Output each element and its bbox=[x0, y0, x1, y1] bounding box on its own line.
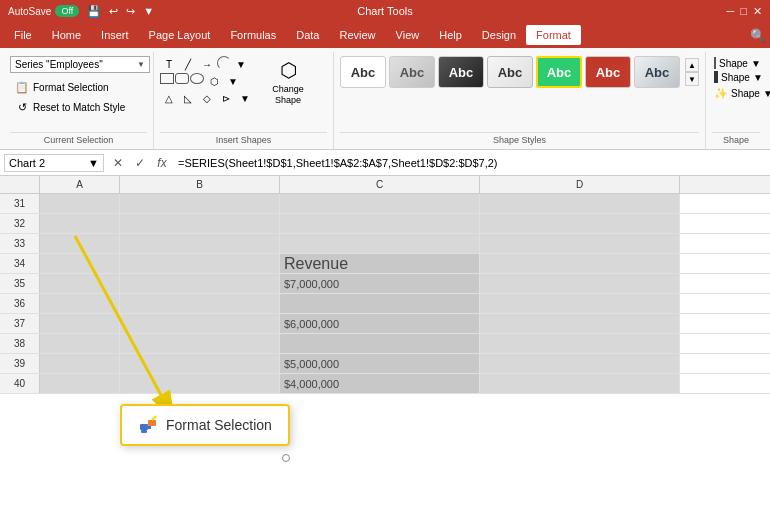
cell-32-a[interactable] bbox=[40, 214, 120, 233]
cell-35-d[interactable] bbox=[480, 274, 680, 293]
format-selection-button[interactable]: 📋 Format Selection bbox=[10, 77, 147, 97]
cell-32-c[interactable] bbox=[280, 214, 480, 233]
parallelogram-icon[interactable]: ⬡ bbox=[205, 73, 223, 89]
menu-help[interactable]: Help bbox=[429, 25, 472, 45]
diamond-icon[interactable]: ◇ bbox=[198, 90, 216, 106]
cell-39-c[interactable]: $5,000,000 bbox=[280, 354, 480, 373]
cell-34-b[interactable] bbox=[120, 254, 280, 273]
cell-37-b[interactable] bbox=[120, 314, 280, 333]
cell-38-b[interactable] bbox=[120, 334, 280, 353]
change-shape-button[interactable]: ⬡ Change Shape bbox=[260, 56, 316, 108]
cell-36-d[interactable] bbox=[480, 294, 680, 313]
shape-style-4[interactable]: Abc bbox=[487, 56, 533, 88]
right-triangle-icon[interactable]: ◺ bbox=[179, 90, 197, 106]
save-icon[interactable]: 💾 bbox=[87, 5, 101, 18]
text-box-icon[interactable]: T bbox=[160, 56, 178, 72]
menu-insert[interactable]: Insert bbox=[91, 25, 139, 45]
cell-33-c[interactable] bbox=[280, 234, 480, 253]
menu-file[interactable]: File bbox=[4, 25, 42, 45]
name-box-arrow-icon[interactable]: ▼ bbox=[137, 60, 145, 69]
shape-style-3[interactable]: Abc bbox=[438, 56, 484, 88]
chevron-icon[interactable]: ⊳ bbox=[217, 90, 235, 106]
cell-36-a[interactable] bbox=[40, 294, 120, 313]
shape-outline-arrow[interactable]: ▼ bbox=[753, 72, 763, 83]
col-header-b[interactable]: B bbox=[120, 176, 280, 193]
cell-36-b[interactable] bbox=[120, 294, 280, 313]
cell-31-d[interactable] bbox=[480, 194, 680, 213]
rect-icon[interactable] bbox=[160, 73, 174, 84]
scroll-up-arrow[interactable]: ▲ bbox=[685, 58, 699, 72]
shape-effect-arrow[interactable]: ▼ bbox=[763, 88, 770, 99]
cell-35-b[interactable] bbox=[120, 274, 280, 293]
line-icon[interactable]: ╱ bbox=[179, 56, 197, 72]
cell-37-c[interactable]: $6,000,000 bbox=[280, 314, 480, 333]
confirm-formula-button[interactable]: ✓ bbox=[130, 153, 150, 173]
col-header-a[interactable]: A bbox=[40, 176, 120, 193]
cell-32-b[interactable] bbox=[120, 214, 280, 233]
shape-style-5[interactable]: Abc bbox=[536, 56, 582, 88]
menu-formulas[interactable]: Formulas bbox=[220, 25, 286, 45]
shape-styles-scroll[interactable]: ▲ ▼ bbox=[685, 58, 699, 86]
shape-style-1[interactable]: Abc bbox=[340, 56, 386, 88]
cancel-formula-button[interactable]: ✕ bbox=[108, 153, 128, 173]
cell-38-c[interactable] bbox=[280, 334, 480, 353]
menu-home[interactable]: Home bbox=[42, 25, 91, 45]
cell-38-d[interactable] bbox=[480, 334, 680, 353]
cell-40-d[interactable] bbox=[480, 374, 680, 393]
triangle-icon[interactable]: △ bbox=[160, 90, 178, 106]
cell-39-d[interactable] bbox=[480, 354, 680, 373]
cell-32-d[interactable] bbox=[480, 214, 680, 233]
scroll-icon[interactable]: ▼ bbox=[232, 56, 250, 72]
close-icon[interactable]: ✕ bbox=[753, 5, 762, 18]
cell-35-c[interactable]: $7,000,000 bbox=[280, 274, 480, 293]
cell-31-b[interactable] bbox=[120, 194, 280, 213]
cell-31-a[interactable] bbox=[40, 194, 120, 213]
shape-effect-option[interactable]: ✨ Shape ▼ bbox=[712, 84, 760, 102]
redo-icon[interactable]: ↪ bbox=[126, 5, 135, 18]
cell-36-c[interactable] bbox=[280, 294, 480, 313]
cell-39-a[interactable] bbox=[40, 354, 120, 373]
undo-icon[interactable]: ↩ bbox=[109, 5, 118, 18]
resize-handle[interactable] bbox=[282, 454, 290, 462]
col-header-d[interactable]: D bbox=[480, 176, 680, 193]
cell-34-a[interactable] bbox=[40, 254, 120, 273]
series-name-box[interactable]: Series "Employees" ▼ bbox=[10, 56, 150, 73]
oval-icon[interactable] bbox=[190, 73, 204, 84]
shape-style-6[interactable]: Abc bbox=[585, 56, 631, 88]
insert-function-button[interactable]: fx bbox=[152, 153, 172, 173]
cell-name-box[interactable]: Chart 2 ▼ bbox=[4, 154, 104, 172]
cell-38-a[interactable] bbox=[40, 334, 120, 353]
cell-33-d[interactable] bbox=[480, 234, 680, 253]
shape-fill-option[interactable]: Shape ▼ bbox=[712, 56, 760, 70]
formula-input[interactable]: =SERIES(Sheet1!$D$1,Sheet1!$A$2:$A$7,She… bbox=[176, 155, 766, 171]
shape-fill-arrow[interactable]: ▼ bbox=[751, 58, 761, 69]
maximize-icon[interactable]: □ bbox=[740, 5, 747, 18]
cell-40-c[interactable]: $4,000,000 bbox=[280, 374, 480, 393]
menu-data[interactable]: Data bbox=[286, 25, 329, 45]
arrow-icon[interactable]: → bbox=[198, 56, 216, 72]
cell-39-b[interactable] bbox=[120, 354, 280, 373]
autosave-control[interactable]: AutoSave Off bbox=[8, 5, 79, 17]
minimize-icon[interactable]: ─ bbox=[727, 5, 735, 18]
cell-34-d[interactable] bbox=[480, 254, 680, 273]
rounded-rect-icon[interactable] bbox=[175, 73, 189, 84]
menu-review[interactable]: Review bbox=[329, 25, 385, 45]
cell-33-b[interactable] bbox=[120, 234, 280, 253]
menu-design[interactable]: Design bbox=[472, 25, 526, 45]
cell-40-a[interactable] bbox=[40, 374, 120, 393]
scroll3-icon[interactable]: ▼ bbox=[236, 90, 254, 106]
more-icon[interactable]: ▼ bbox=[143, 5, 154, 17]
shape-style-7[interactable]: Abc bbox=[634, 56, 680, 88]
cell-name-dropdown[interactable]: ▼ bbox=[88, 157, 99, 169]
reset-style-button[interactable]: ↺ Reset to Match Style bbox=[10, 97, 147, 117]
cell-35-a[interactable] bbox=[40, 274, 120, 293]
cell-31-c[interactable] bbox=[280, 194, 480, 213]
scroll-down-arrow[interactable]: ▼ bbox=[685, 72, 699, 86]
col-header-c[interactable]: C bbox=[280, 176, 480, 193]
shape-outline-option[interactable]: Shape ▼ bbox=[712, 70, 760, 84]
format-selection-tooltip[interactable]: Format Selection bbox=[120, 404, 290, 446]
menu-page-layout[interactable]: Page Layout bbox=[139, 25, 221, 45]
autosave-toggle[interactable]: Off bbox=[55, 5, 79, 17]
cell-37-d[interactable] bbox=[480, 314, 680, 333]
shape-style-2[interactable]: Abc bbox=[389, 56, 435, 88]
